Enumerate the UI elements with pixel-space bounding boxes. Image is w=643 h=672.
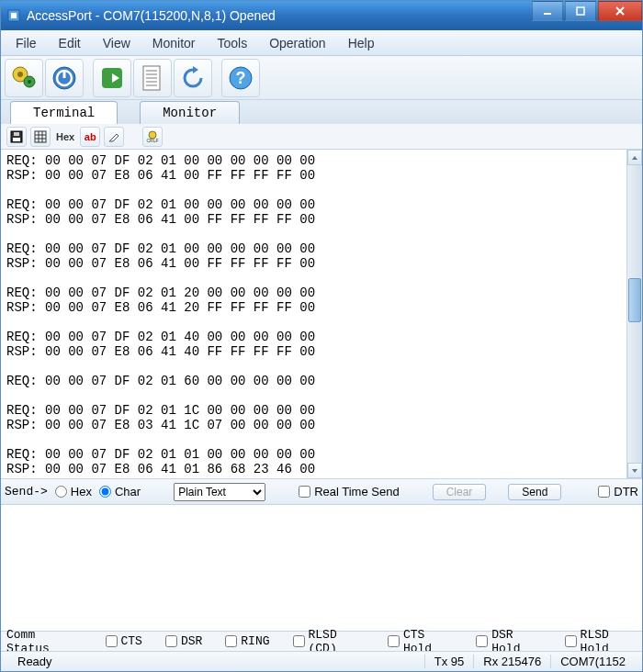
- send-input[interactable]: [1, 504, 642, 631]
- power-icon[interactable]: [45, 59, 84, 97]
- menu-help[interactable]: Help: [337, 33, 386, 53]
- radio-char[interactable]: Char: [99, 485, 141, 498]
- status-tx: Tx 95: [424, 655, 474, 668]
- ab-icon[interactable]: ab: [80, 127, 100, 147]
- save-icon[interactable]: [6, 127, 27, 147]
- menu-operation[interactable]: Operation: [258, 33, 336, 53]
- svg-text:CRLF: CRLF: [147, 138, 159, 143]
- dtr-checkbox[interactable]: DTR: [598, 485, 638, 498]
- window-title: AccessPort - COM7(115200,N,8,1) Opened: [27, 8, 530, 23]
- tab-terminal[interactable]: Terminal: [10, 101, 118, 124]
- terminal-output[interactable]: REQ: 00 00 07 DF 02 01 00 00 00 00 00 00…: [1, 150, 626, 478]
- app-window: AccessPort - COM7(115200,N,8,1) Opened F…: [0, 0, 643, 672]
- toolbar: ?: [1, 56, 642, 100]
- send-button[interactable]: Send: [508, 484, 561, 500]
- svg-rect-3: [577, 7, 584, 15]
- hex-label: Hex: [54, 131, 76, 142]
- send-row: Send-> Hex Char Plain Text Real Time Sen…: [1, 478, 642, 504]
- cts-checkbox[interactable]: CTS: [106, 634, 142, 648]
- scrollbar[interactable]: [626, 150, 642, 478]
- crlf-icon[interactable]: CRLF: [142, 127, 163, 147]
- document-icon[interactable]: [133, 59, 172, 97]
- menubar: File Edit View Monitor Tools Operation H…: [1, 30, 642, 56]
- app-icon: [6, 8, 21, 23]
- scroll-up-icon[interactable]: [627, 150, 642, 165]
- minimize-button[interactable]: [532, 1, 563, 21]
- menu-view[interactable]: View: [92, 33, 141, 53]
- dsr-checkbox[interactable]: DSR: [165, 634, 202, 648]
- scroll-down-icon[interactable]: [627, 463, 642, 478]
- format-select[interactable]: Plain Text: [174, 483, 265, 501]
- refresh-icon[interactable]: [174, 59, 212, 97]
- menu-monitor[interactable]: Monitor: [141, 33, 207, 53]
- realtime-checkbox[interactable]: Real Time Send: [299, 485, 400, 498]
- svg-point-7: [17, 72, 23, 77]
- edit-icon[interactable]: [104, 127, 124, 147]
- terminal-toolbar: Hex ab CRLF: [1, 124, 642, 150]
- radio-hex[interactable]: Hex: [55, 485, 92, 498]
- send-label: Send->: [5, 485, 48, 498]
- run-icon[interactable]: [93, 59, 131, 97]
- clear-button[interactable]: Clear: [433, 484, 487, 500]
- close-button[interactable]: [598, 1, 642, 21]
- svg-rect-25: [35, 131, 46, 142]
- menu-tools[interactable]: Tools: [206, 33, 258, 53]
- svg-text:?: ?: [236, 69, 246, 87]
- status-port: COM7(1152: [550, 655, 635, 668]
- svg-point-9: [28, 80, 31, 84]
- menu-edit[interactable]: Edit: [48, 33, 92, 53]
- help-icon[interactable]: ?: [221, 59, 260, 97]
- settings-icon[interactable]: [5, 59, 43, 97]
- window-buttons: [530, 1, 642, 30]
- status-ready: Ready: [8, 655, 424, 668]
- maximize-button[interactable]: [565, 1, 596, 21]
- tabs: Terminal Monitor: [1, 100, 642, 124]
- ring-checkbox[interactable]: RING: [225, 634, 269, 648]
- scroll-thumb[interactable]: [628, 278, 641, 322]
- svg-rect-24: [14, 132, 19, 136]
- grid-icon[interactable]: [30, 127, 51, 147]
- comm-status-row: Comm Status CTS DSR RING RLSD (CD) CTS H…: [1, 631, 642, 651]
- tab-monitor[interactable]: Monitor: [140, 101, 240, 124]
- terminal-area: REQ: 00 00 07 DF 02 01 00 00 00 00 00 00…: [1, 150, 642, 478]
- status-bar: Ready Tx 95 Rx 215476 COM7(1152: [1, 651, 642, 671]
- svg-rect-1: [11, 13, 17, 18]
- status-rx: Rx 215476: [473, 655, 550, 668]
- menu-file[interactable]: File: [5, 33, 48, 53]
- titlebar: AccessPort - COM7(115200,N,8,1) Opened: [1, 1, 642, 30]
- svg-rect-23: [13, 138, 20, 141]
